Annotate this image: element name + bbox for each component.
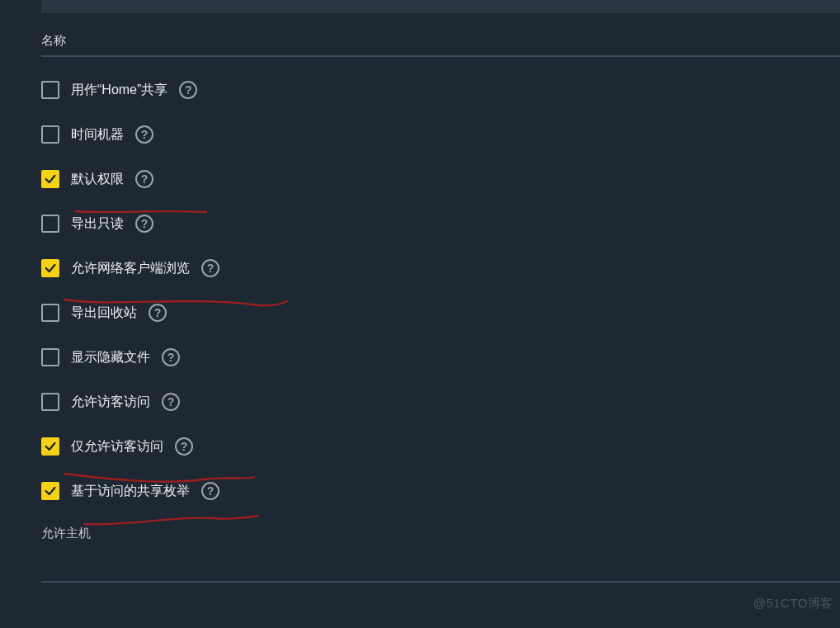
- allowed-hosts-label: 允许主机: [41, 526, 840, 541]
- checkbox[interactable]: [41, 81, 59, 99]
- option-label: 允许网络客户端浏览: [71, 260, 190, 277]
- checkbox[interactable]: [41, 304, 59, 322]
- option-label: 仅允许访客访问: [71, 438, 163, 456]
- checkbox[interactable]: [41, 215, 59, 233]
- checkbox[interactable]: [41, 125, 59, 144]
- option-row: 允许访客访问?: [41, 392, 840, 412]
- help-icon[interactable]: ?: [179, 81, 197, 99]
- checkbox[interactable]: [41, 482, 59, 500]
- checkbox[interactable]: [41, 437, 59, 456]
- option-label: 显示隐藏文件: [71, 349, 150, 366]
- option-label: 时间机器: [71, 126, 124, 144]
- option-row: 导出只读?: [41, 214, 840, 234]
- name-field-underline: [41, 55, 840, 57]
- option-row: 用作“Home”共享?: [41, 80, 840, 100]
- option-row: 显示隐藏文件?: [41, 347, 840, 367]
- checkbox[interactable]: [41, 170, 59, 188]
- option-row: 允许网络客户端浏览?: [41, 258, 840, 278]
- option-label: 导出只读: [71, 215, 124, 233]
- option-row: 默认权限?: [41, 169, 840, 189]
- help-icon[interactable]: ?: [201, 259, 219, 277]
- option-row: 时间机器?: [41, 125, 840, 144]
- help-icon[interactable]: ?: [201, 482, 219, 500]
- watermark-text: @51CTO博客: [753, 596, 833, 611]
- option-row: 仅允许访客访问?: [41, 437, 840, 456]
- help-icon[interactable]: ?: [149, 304, 167, 322]
- allowed-hosts-underline: [41, 581, 840, 583]
- top-panel-stub: [41, 0, 840, 13]
- help-icon[interactable]: ?: [135, 125, 153, 144]
- help-icon[interactable]: ?: [162, 348, 180, 366]
- option-label: 默认权限: [71, 171, 124, 188]
- help-icon[interactable]: ?: [135, 215, 153, 233]
- help-icon[interactable]: ?: [175, 437, 193, 456]
- help-icon[interactable]: ?: [135, 170, 153, 188]
- option-label: 用作“Home”共享: [71, 82, 168, 99]
- name-field-label: 名称: [41, 33, 840, 49]
- form-content: 名称 用作“Home”共享?时间机器?默认权限?导出只读?允许网络客户端浏览?导…: [41, 33, 840, 589]
- option-row: 基于访问的共享枚举?: [41, 481, 840, 501]
- option-label: 基于访问的共享枚举: [71, 483, 190, 500]
- option-label: 允许访客访问: [71, 394, 150, 411]
- checkbox[interactable]: [41, 393, 59, 411]
- checkbox[interactable]: [41, 259, 59, 277]
- option-row: 导出回收站?: [41, 303, 840, 323]
- option-label: 导出回收站: [71, 305, 137, 322]
- options-list: 用作“Home”共享?时间机器?默认权限?导出只读?允许网络客户端浏览?导出回收…: [41, 80, 840, 501]
- help-icon[interactable]: ?: [162, 393, 180, 411]
- checkbox[interactable]: [41, 348, 59, 366]
